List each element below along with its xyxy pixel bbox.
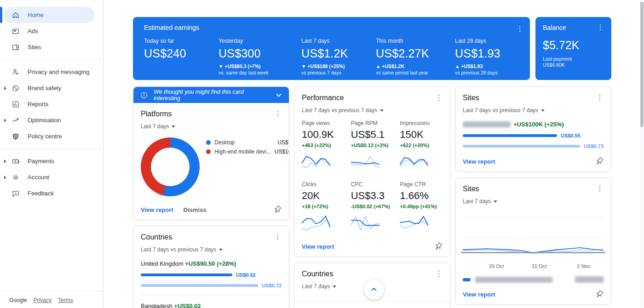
dropdown-caret-icon (380, 109, 384, 114)
metric-page-views: Page views 100.9K +463 (+22%) (302, 120, 345, 174)
sidebar-item-brand-safety[interactable]: Brand safety (0, 80, 103, 96)
date-range-label: Last 7 days vs previous 7 days (463, 107, 538, 114)
pin-icon[interactable] (273, 205, 282, 214)
pin-icon[interactable] (434, 242, 443, 251)
sparkline-chart (400, 214, 428, 233)
x-axis-ticks: 29 Oct 31 Oct 2 Nov (463, 263, 604, 270)
sites-line-chart (463, 211, 604, 261)
more-options-icon[interactable] (435, 94, 443, 101)
sidebar-item-label: Policy centre (28, 133, 62, 140)
more-options-icon[interactable] (516, 25, 523, 33)
card-title: Countries (302, 270, 333, 278)
x-axis-line (461, 252, 605, 253)
chevron-down-icon[interactable] (275, 91, 282, 99)
sidebar-item-label: Ads (28, 28, 38, 34)
sidebar: Home Ads Sites Privacy and messaging (0, 0, 104, 308)
sidebar-item-policy-centre[interactable]: Policy centre (0, 128, 103, 144)
metric-label: Today so far (144, 38, 218, 44)
bar-value: US$0.72 (262, 283, 282, 288)
scroll-to-top-button[interactable] (364, 279, 384, 300)
legend-label: High-end mobile devi... (214, 148, 271, 155)
sidebar-item-label: Feedback (28, 190, 54, 197)
view-report-link[interactable]: View report (463, 291, 495, 298)
main-content: Estimated earnings Today so far US$240 Y… (104, 0, 644, 308)
date-range-selector[interactable]: Last 7 days (302, 283, 336, 290)
expand-caret-icon[interactable] (4, 160, 8, 163)
sparkline-chart (400, 153, 428, 172)
earnings-metric: Yesterday US$300 ▼ +US$80.3 (+7%) vs. sa… (218, 38, 301, 75)
metric-note: vs previous 7 days (301, 70, 376, 75)
expand-caret-icon[interactable] (4, 176, 8, 179)
sites-card-chart: Sites Last 7 days 29 Oct (455, 177, 611, 305)
privacy-messaging-icon (12, 68, 20, 76)
sidebar-item-label: Reports (28, 101, 49, 108)
view-report-link[interactable]: View report (302, 243, 334, 250)
sites-icon (12, 43, 20, 51)
earnings-metric: Today so far US$240 (144, 38, 218, 75)
dropdown-caret-icon (541, 109, 545, 114)
sparkline-chart (351, 153, 380, 172)
privacy-link[interactable]: Privacy (34, 297, 52, 303)
metric-delta: ▼ +US$188 (+25%) (301, 63, 376, 69)
metric-note: vs previous 28 days (455, 70, 519, 75)
country-delta: +US$0.02 (174, 302, 201, 308)
more-options-icon[interactable] (596, 185, 604, 192)
metric-note: vs same period last year (376, 70, 455, 75)
sidebar-item-optimisation[interactable]: Optimisation (0, 112, 103, 128)
sidebar-item-home[interactable]: Home (0, 7, 103, 23)
legend-item: High-end mobile devi... US$169.54 (206, 148, 289, 155)
date-range-selector[interactable]: Last 7 days vs previous 7 days (141, 246, 223, 253)
expand-caret-icon[interactable] (4, 119, 8, 122)
legend-dot-mobile (206, 149, 211, 154)
chart-gridline (294, 301, 450, 301)
optimisation-icon (12, 116, 20, 125)
site-delta: +US$100K (+25%) (513, 121, 564, 128)
sidebar-item-ads[interactable]: Ads (0, 23, 103, 39)
sidebar-item-privacy-and-messaging[interactable]: Privacy and messaging (0, 64, 103, 80)
country-name: United Kingdom (141, 260, 184, 267)
new-releases-badge-icon (140, 91, 148, 99)
date-range-selector[interactable]: Last 7 days vs previous 7 days (463, 107, 545, 114)
sidebar-item-feedback[interactable]: Feedback (0, 185, 103, 201)
sidebar-item-account[interactable]: Account (0, 169, 103, 185)
sidebar-item-sites[interactable]: Sites (0, 39, 103, 55)
expand-caret-icon[interactable] (4, 86, 8, 90)
more-options-icon[interactable] (597, 24, 604, 31)
vertical-scrollbar[interactable] (640, 0, 644, 308)
legend-swatch (463, 278, 471, 281)
country-row: United Kingdom +US$90.50 (+28%) (141, 260, 282, 267)
sidebar-item-reports[interactable]: Reports (0, 96, 103, 112)
terms-link[interactable]: Terms (58, 297, 73, 303)
scrollbar-thumb[interactable] (640, 2, 644, 127)
row-divider (141, 295, 282, 295)
sidebar-item-payments[interactable]: Payments (0, 153, 103, 169)
donut-legend: Desktop US$70.29 High-end mobile devi...… (206, 137, 289, 196)
more-options-icon[interactable] (274, 233, 282, 240)
metric-clicks: Clicks 20K +18 (+72%) (302, 181, 345, 235)
more-options-icon[interactable] (435, 270, 443, 277)
metric-value: US$240 (144, 47, 218, 60)
pin-icon[interactable] (595, 290, 604, 298)
metric-delta: ▲ +US$1.93 (455, 63, 519, 69)
view-report-link[interactable]: View report (463, 158, 495, 165)
sidebar-item-label: Sites (28, 44, 41, 51)
metric-delta: ▼ +US$80.3 (+7%) (218, 63, 301, 69)
more-options-icon[interactable] (274, 110, 282, 117)
current-bar-row: US$0.55 (463, 133, 604, 138)
metric-value: US$1.93 (455, 47, 519, 60)
date-range-selector[interactable]: Last 7 days (141, 123, 175, 130)
more-options-icon[interactable] (596, 94, 604, 101)
sparkline-chart (351, 214, 380, 233)
pin-icon[interactable] (595, 157, 604, 165)
countries-card: Countries Last 7 days vs previous 7 days… (133, 226, 289, 308)
performance-card: Performance Last 7 days vs previous 7 da… (294, 86, 450, 257)
card-title: Sites (463, 94, 479, 102)
suggestion-banner[interactable]: We thought you might find this card inte… (133, 87, 289, 103)
date-range-selector[interactable]: Last 7 days vs previous 7 days (302, 107, 384, 114)
view-report-link[interactable]: View report (141, 206, 173, 213)
date-range-selector[interactable]: Last 7 days (463, 198, 497, 205)
balance-value: $5.72K (543, 39, 604, 52)
dismiss-button[interactable]: Dismiss (184, 206, 207, 213)
date-range-label: Last 7 days (302, 283, 330, 290)
last-payment-value: US$6.60K (543, 62, 604, 68)
